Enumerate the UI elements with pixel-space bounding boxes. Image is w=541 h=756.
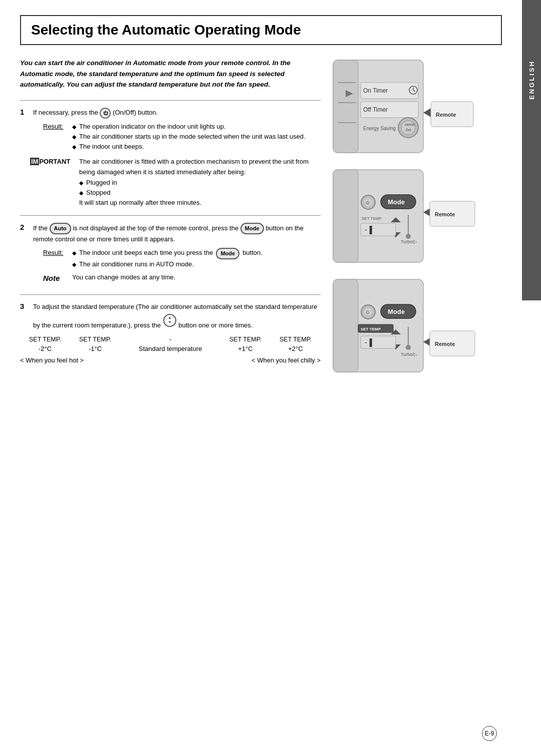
intro-text: You can start the air conditioner in Aut… [20, 58, 321, 90]
temp-val-std: Standard temperature [120, 345, 220, 352]
step-2-header: 2 If the Auto is not displayed at the to… [20, 223, 321, 288]
result-items-1: The operation indicator on the indoor un… [72, 122, 306, 152]
page-number-container: E-9 [482, 726, 497, 741]
svg-text:Mode: Mode [388, 308, 405, 315]
page-number: E-9 [482, 726, 497, 741]
step-1-number: 1 [20, 108, 28, 116]
svg-rect-4 [333, 60, 358, 153]
svg-text:SET TEMP: SET TEMP [362, 216, 382, 221]
im-part: IM [30, 158, 39, 165]
svg-text:Turbo/▷: Turbo/▷ [401, 239, 417, 244]
temp-val-3: +1°C [220, 345, 270, 352]
svg-text:Mode: Mode [388, 198, 405, 206]
mode-btn-inline: Mode [240, 223, 264, 235]
result-item-1-3: The indoor unit beeps. [72, 142, 306, 152]
important-bullet-2: Stopped [79, 188, 321, 198]
temp-label-3: SET TEMP. [220, 336, 270, 343]
auto-icon: Auto [50, 223, 71, 235]
svg-text:-▐: -▐ [365, 226, 372, 235]
svg-text:▲: ▲ [168, 315, 172, 320]
important-block: IMPORTANT The air conditioner is fitted … [30, 157, 321, 208]
result-item-1-2: The air conditioner starts up in the mod… [72, 132, 306, 142]
step-1-section: 1 If necessary, press the ⏻ (On/Off) but… [20, 100, 321, 208]
result-label-1: Result: [43, 122, 69, 132]
feel-hot: < When you feel hot > [20, 356, 170, 364]
sidebar-english: ENGLISH [522, 0, 541, 300]
important-content: The air conditioner is fitted with a pro… [79, 157, 321, 208]
result-item-2-1: The indoor unit beeps each time you pres… [72, 248, 262, 259]
svg-text:⊙: ⊙ [366, 310, 370, 315]
svg-text:Remote: Remote [435, 211, 455, 217]
step-3-header: 3 To adjust the standard temperature (Th… [20, 302, 321, 331]
on-off-icon: ⏻ [100, 108, 111, 119]
feel-chilly: < When you feel chilly > [170, 356, 321, 364]
svg-text:Off Timer: Off Timer [363, 106, 388, 113]
left-column: You can start the air conditioner in Aut… [20, 58, 321, 379]
step-2-body: If the Auto is not displayed at the top … [33, 223, 321, 288]
svg-point-56 [406, 345, 411, 350]
svg-rect-43 [333, 279, 358, 372]
step-2-result: Result: The indoor unit beeps each time … [33, 248, 321, 269]
important-label: IMPORTANT [30, 157, 75, 208]
svg-text:Set: Set [406, 128, 411, 132]
feel-row: < When you feel hot > < When you feel ch… [20, 356, 321, 364]
remote-svg-3: ⊙ Mode SET TEMP [331, 277, 481, 377]
step-2-number: 2 [20, 223, 28, 231]
note-label: Note [43, 272, 68, 284]
temp-val-4: +2°C [270, 345, 321, 352]
svg-text:Remote: Remote [436, 112, 456, 118]
temp-label-4: SET TEMP. [270, 336, 321, 343]
svg-text:On Timer: On Timer [363, 87, 388, 94]
right-column: On Timer Off Timer Energy Saving [331, 58, 486, 379]
step-3-number: 3 [20, 302, 28, 310]
step-3-body: To adjust the standard temperature (The … [33, 302, 321, 331]
svg-text:-▐: -▐ [365, 338, 372, 347]
step-1-header: 1 If necessary, press the ⏻ (On/Off) but… [20, 108, 321, 152]
title-box: Selecting the Automatic Operating Mode [20, 15, 502, 45]
sidebar-english-label: ENGLISH [528, 60, 535, 100]
svg-text:SET TEMP: SET TEMP [361, 327, 381, 331]
remote-image-1: On Timer Off Timer Energy Saving [331, 58, 486, 160]
important-bullet-1: Plugged in [79, 178, 321, 188]
result-items-2: The indoor unit beeps each time you pres… [72, 248, 262, 269]
step-1-result-row: Result: The operation indicator on the i… [43, 122, 321, 152]
result-label-2: Result: [43, 248, 69, 258]
temp-table: SET TEMP. SET TEMP. - SET TEMP. SET TEMP… [20, 336, 321, 364]
svg-text:Remote: Remote [435, 341, 455, 347]
temp-labels-row: SET TEMP. SET TEMP. - SET TEMP. SET TEMP… [20, 336, 321, 343]
note-text: You can change modes at any time. [72, 272, 175, 283]
temp-adjust-icon: ▲ ▼ [163, 313, 177, 327]
step-2-section: 2 If the Auto is not displayed at the to… [20, 215, 321, 288]
remote-svg-2: ⊙ Mode SET TEMP [331, 167, 481, 267]
remote-image-3: ⊙ Mode SET TEMP [331, 277, 486, 379]
temp-values-row: -2°C -1°C Standard temperature +1°C +2°C [20, 345, 321, 352]
svg-text:cancel: cancel [405, 123, 415, 126]
svg-rect-25 [333, 170, 358, 262]
remote-image-2: ⊙ Mode SET TEMP [331, 167, 486, 269]
step-1-result: Result: The operation indicator on the i… [33, 122, 321, 152]
mode-btn-inline-2: Mode [216, 248, 239, 259]
result-item-2-2: The air conditioner runs in AUTO mode. [72, 259, 262, 269]
svg-text:⊙: ⊙ [366, 200, 370, 205]
content-wrapper: You can start the air conditioner in Aut… [20, 58, 502, 379]
temp-val-2: -1°C [70, 345, 120, 352]
svg-text:Energy Saving: Energy Saving [363, 126, 396, 131]
svg-text:▼: ▼ [168, 320, 172, 324]
important-footer: It will start up normally after three mi… [79, 198, 321, 208]
remote-svg-1: On Timer Off Timer Energy Saving [331, 58, 481, 158]
step-3-section: 3 To adjust the standard temperature (Th… [20, 294, 321, 364]
step-2-result-row: Result: The indoor unit beeps each time … [43, 248, 321, 269]
important-text: The air conditioner is fitted with a pro… [79, 158, 309, 176]
svg-text:Turbo/▷: Turbo/▷ [401, 352, 417, 357]
result-item-1-1: The operation indicator on the indoor un… [72, 122, 306, 132]
temp-label-2: SET TEMP. [70, 336, 120, 343]
temp-label-dash: - [120, 336, 220, 343]
note-block: Note You can change modes at any time. [43, 272, 321, 284]
step-1-body: If necessary, press the ⏻ (On/Off) butto… [33, 108, 321, 152]
temp-val-1: -2°C [20, 345, 70, 352]
page-title: Selecting the Automatic Operating Mode [31, 22, 491, 38]
main-content: Selecting the Automatic Operating Mode Y… [0, 0, 522, 756]
temp-label-1: SET TEMP. [20, 336, 70, 343]
svg-point-37 [406, 234, 411, 239]
